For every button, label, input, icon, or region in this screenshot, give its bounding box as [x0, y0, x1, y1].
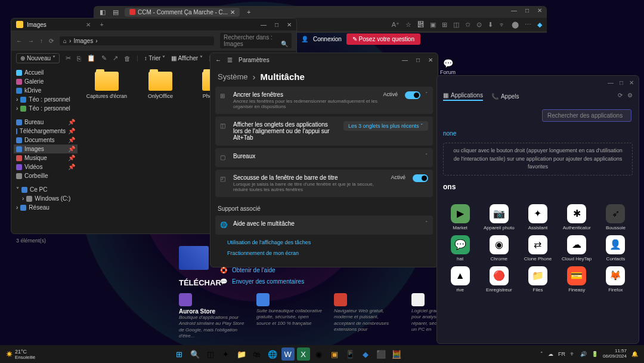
- download-item[interactable]: Suite bureautique collaborative gratuite…: [256, 293, 322, 340]
- ask-question-button[interactable]: ✎ Posez votre question: [346, 33, 420, 45]
- app-item[interactable]: 💬hat: [443, 235, 477, 262]
- app-search-input[interactable]: Rechercher des applications: [542, 109, 631, 122]
- explorer-maximize[interactable]: □: [275, 21, 278, 28]
- rename-icon[interactable]: ✎: [101, 54, 107, 62]
- app-item[interactable]: ▶Market: [443, 204, 477, 230]
- copilot-icon[interactable]: ◆: [537, 21, 542, 29]
- settings-close[interactable]: ✕: [428, 57, 433, 63]
- tab-calls[interactable]: 📞Appels: [491, 92, 519, 101]
- clock[interactable]: 11:57 06/09/2024: [603, 349, 627, 359]
- new-tab-button[interactable]: +: [244, 8, 253, 16]
- chevron-up-icon[interactable]: ˄: [425, 220, 428, 226]
- sidebar-item-teo1[interactable]: › Téo : personnel: [14, 95, 78, 104]
- menu-icon[interactable]: ☰: [227, 57, 233, 63]
- tab-applications[interactable]: ▦Applications: [443, 92, 483, 101]
- word-button[interactable]: W: [281, 347, 295, 361]
- start-button[interactable]: ⊞: [173, 347, 186, 361]
- downloads-icon[interactable]: ⬇: [488, 21, 493, 29]
- download-item[interactable]: Aurora StoreBoutique d'applications pour…: [179, 293, 244, 340]
- copy-icon[interactable]: ⎘: [77, 55, 81, 62]
- app-item[interactable]: ⇄Clone Phone: [521, 235, 555, 262]
- alttab-dropdown[interactable]: Les 3 onglets les plus récents ˅: [343, 121, 428, 131]
- sidebar-item-thispc[interactable]: ˅ Ce PC: [14, 185, 78, 194]
- explorer-minimize[interactable]: —: [261, 21, 267, 28]
- share-icon[interactable]: ↗: [113, 54, 118, 62]
- tab-close-icon[interactable]: ✕: [86, 21, 91, 28]
- settings-maximize[interactable]: □: [416, 57, 420, 63]
- paste-icon[interactable]: 📋: [87, 54, 95, 62]
- snap-toggle[interactable]: [405, 91, 420, 99]
- wifi-ext-icon[interactable]: ᯤ: [499, 21, 506, 29]
- tab-close-icon[interactable]: ✕: [230, 9, 235, 16]
- sidebar-item-teo2[interactable]: › Téo : personnel: [14, 104, 78, 113]
- download-item[interactable]: Navigateur Web gratuit, moderne et puiss…: [334, 293, 400, 340]
- sidebar-item-kdrive[interactable]: kDrive: [14, 86, 78, 95]
- explorer-search-input[interactable]: Rechercher dans : Images 🔍: [220, 33, 292, 48]
- phone-close[interactable]: ✕: [629, 79, 634, 86]
- sidebar-item-home[interactable]: Accueil: [14, 68, 78, 77]
- edge-button[interactable]: 🌐: [266, 347, 279, 361]
- sidebar-item-music[interactable]: Musique📌: [14, 153, 78, 162]
- shake-toggle[interactable]: [413, 174, 428, 182]
- history-icon[interactable]: ⊙: [476, 21, 482, 29]
- read-aloud-icon[interactable]: A⁺: [392, 21, 400, 29]
- cut-icon[interactable]: ✂: [66, 54, 71, 62]
- calculator-button[interactable]: 🧮: [390, 347, 403, 361]
- chrome-button[interactable]: ◉: [312, 347, 326, 361]
- sort-button[interactable]: ↕ Trier ˅: [144, 55, 166, 61]
- phone-maximize[interactable]: □: [620, 79, 623, 86]
- sidebar-item-documents[interactable]: Documents📌: [14, 136, 78, 144]
- breadcrumb[interactable]: ⌂ › Images ›: [60, 36, 214, 45]
- nav-refresh-icon[interactable]: ⟳: [49, 38, 54, 44]
- phone-minimize[interactable]: —: [608, 79, 614, 86]
- nav-back-icon[interactable]: ←: [16, 38, 22, 44]
- sidebar-item-gallery[interactable]: Galerie: [14, 77, 78, 86]
- browser-maximize[interactable]: □: [525, 7, 529, 14]
- app-item[interactable]: 🔴Enregistreur: [482, 266, 516, 293]
- help-link-split[interactable]: Fractionnement de mon écran: [215, 248, 433, 259]
- nav-back-icon[interactable]: ←: [215, 57, 221, 63]
- copilot-button[interactable]: ✦: [219, 347, 233, 361]
- star-icon[interactable]: ☆: [405, 21, 411, 29]
- refresh-icon[interactable]: ⟳: [618, 92, 623, 101]
- tray-chevron-icon[interactable]: ˄: [540, 351, 543, 357]
- notifications-icon[interactable]: 🔔: [631, 351, 638, 357]
- chevron-down-icon[interactable]: ˅: [425, 153, 428, 159]
- app-item[interactable]: ◉Chrome: [482, 235, 516, 262]
- app-item[interactable]: 📁Files: [521, 266, 555, 293]
- sidebar-item-downloads[interactable]: Téléchargements📌: [14, 127, 78, 136]
- weather-widget[interactable]: ☀️ 21°C Ensoleillé: [0, 349, 41, 360]
- profile-icon[interactable]: ⬤: [512, 21, 519, 29]
- browser-tab[interactable]: CCM - Comment Ça Marche - C... ✕: [125, 8, 240, 17]
- new-tab-button[interactable]: +: [100, 21, 104, 28]
- nav-forward-icon[interactable]: →: [28, 38, 34, 44]
- onedrive-icon[interactable]: ☁: [548, 351, 553, 357]
- app-item[interactable]: ✦Assistant: [521, 204, 555, 230]
- feedback-link[interactable]: 💬Envoyer des commentaires: [215, 276, 433, 287]
- excel-button[interactable]: X: [297, 347, 310, 361]
- terminal-button[interactable]: ⬛: [374, 347, 388, 361]
- app-item[interactable]: 📷Appareil photo: [482, 204, 516, 230]
- search-button[interactable]: 🔍: [188, 347, 202, 361]
- sidebar-item-network[interactable]: › Réseau: [14, 203, 78, 212]
- folder-item[interactable]: Captures d'écran: [86, 72, 128, 230]
- sidebar-item-trash[interactable]: Corbeille: [14, 171, 78, 180]
- login-link[interactable]: Connexion: [313, 36, 342, 42]
- nav-up-icon[interactable]: ↑: [40, 38, 43, 44]
- split-icon[interactable]: ◫: [453, 21, 459, 29]
- chevron-down-icon[interactable]: ˅: [425, 91, 428, 97]
- favorites-icon[interactable]: ✩: [465, 21, 470, 29]
- delete-icon[interactable]: 🗑: [124, 55, 131, 62]
- gear-icon[interactable]: ⚙: [627, 92, 633, 101]
- app-button[interactable]: ▣: [328, 347, 341, 361]
- app-item[interactable]: ☁Cloud HeyTap: [560, 235, 594, 262]
- help-multitask-row[interactable]: 🌐 Aide avec le multitâche ˄: [215, 216, 433, 235]
- app-item[interactable]: ➶Boussole: [599, 204, 633, 230]
- settings-minimize[interactable]: —: [402, 57, 408, 63]
- sidebar-item-windows-c[interactable]: › Windows (C:): [14, 194, 78, 203]
- app-item[interactable]: ▲rive: [443, 266, 477, 293]
- tab-workspace-icon[interactable]: ▤: [112, 8, 120, 16]
- setting-snap-windows[interactable]: ⊞ Ancrer les fenêtres Ancrez les fenêtre…: [215, 87, 433, 114]
- browser-minimize[interactable]: —: [511, 7, 517, 14]
- fr-lang[interactable]: FR: [558, 351, 565, 357]
